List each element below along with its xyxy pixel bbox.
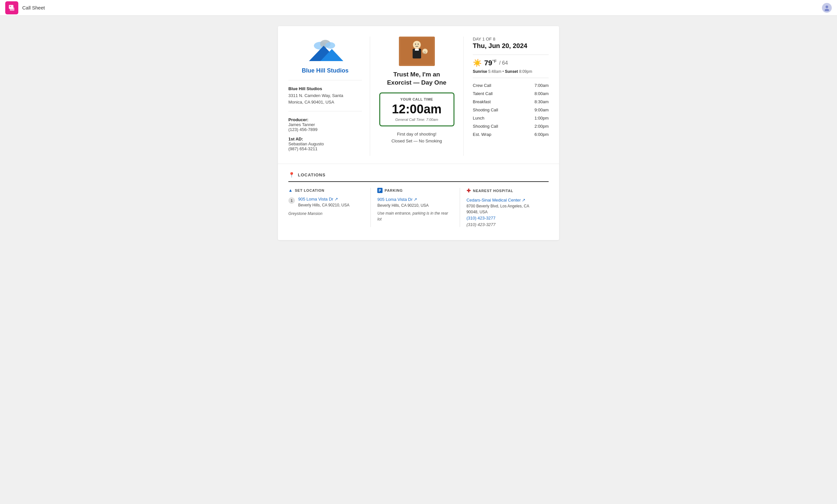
note1: First day of shooting! — [391, 131, 442, 138]
temp-high: 79°F — [484, 59, 497, 67]
location-number: 1 — [288, 197, 295, 204]
studio-address-name: Blue Hill Studios — [288, 86, 362, 91]
set-location-note: Greystone Mansion — [288, 211, 364, 217]
hospital-link[interactable]: Cedars-Sinai Medical Center ↗ — [466, 198, 542, 203]
producer-label: Producer: — [288, 117, 362, 122]
main-content: Blue Hill Studios Blue Hill Studios 3311… — [0, 16, 837, 250]
hospital-phone-plain: (310) 423-3277 — [466, 222, 542, 227]
svg-point-2 — [10, 6, 11, 7]
topnav: Call Sheet — [0, 0, 837, 16]
schedule-event-label: Lunch — [473, 116, 484, 120]
call-time-label: YOUR CALL TIME — [389, 97, 444, 101]
set-location-link[interactable]: 905 Loma Vista Dr ↗ — [298, 197, 350, 202]
schedule-row: Lunch1:00pm — [473, 114, 549, 122]
schedule-event-label: Est. Wrap — [473, 132, 492, 137]
parking-header: P PARKING — [377, 188, 453, 193]
schedule-event-time: 6:00pm — [535, 132, 549, 137]
studio-address-block: Blue Hill Studios 3311 N. Camden Way, Sa… — [288, 86, 362, 111]
locations-grid: ▲ SET LOCATION 1 905 Loma Vista Dr ↗ Bev… — [288, 188, 549, 227]
schedule-event-label: Crew Call — [473, 83, 491, 88]
day-info: DAY 1 OF 8 Thu, Jun 20, 2024 — [473, 37, 549, 50]
svg-point-18 — [417, 44, 418, 45]
avatar[interactable] — [822, 3, 832, 13]
schedule-column: DAY 1 OF 8 Thu, Jun 20, 2024 ☀️ 79°F / 6… — [464, 37, 549, 156]
note2: Closed Set — No Smoking — [391, 138, 442, 145]
parking-icon: P — [377, 188, 382, 193]
schedule-event-label: Shooting Call — [473, 108, 498, 112]
svg-rect-19 — [415, 49, 419, 51]
set-location-header: ▲ SET LOCATION — [288, 188, 364, 193]
schedule-event-time: 2:00pm — [535, 124, 549, 129]
poster-svg — [399, 37, 435, 66]
set-location-row: 1 905 Loma Vista Dr ↗ Beverly Hills, CA … — [288, 197, 364, 208]
hospital-address: 8700 Beverly Blvd, Los Angeles, CA 90048… — [466, 203, 542, 215]
ad-block: 1st AD: Sebastian Augusto (987) 654-3211 — [288, 136, 362, 151]
svg-point-17 — [415, 44, 416, 45]
general-call: General Call Time: 7:00am — [389, 117, 444, 122]
ad-label: 1st AD: — [288, 136, 362, 142]
studio-address-line2: Monica, CA 90401, USA — [288, 99, 362, 106]
producer-block: Producer: James Tanner (123) 456-7899 — [288, 117, 362, 132]
navigation-icon: ▲ — [288, 188, 293, 193]
schedule-event-label: Talent Call — [473, 91, 493, 96]
set-location-address: Beverly Hills, CA 90210, USA — [298, 202, 350, 208]
schedule-row: Talent Call8:00am — [473, 90, 549, 98]
locations-section: 📍 LOCATIONS ▲ SET LOCATION 1 905 Loma — [278, 164, 559, 227]
movie-title: Trust Me, I'm an Exorcist — Day One — [387, 71, 447, 87]
hospital-icon: ✚ — [466, 188, 471, 194]
schedule-event-time: 8:00am — [535, 91, 549, 96]
movie-poster — [399, 37, 435, 66]
studio-logo-area: Blue Hill Studios — [288, 37, 362, 80]
schedule-row: Shooting Call2:00pm — [473, 122, 549, 130]
call-time-box: YOUR CALL TIME 12:00am General Call Time… — [379, 92, 455, 126]
studio-name-logo: Blue Hill Studios — [302, 67, 349, 74]
svg-point-16 — [424, 52, 426, 54]
app-logo — [5, 1, 18, 14]
call-time-value: 12:00am — [389, 102, 444, 116]
schedule-event-time: 8:30am — [535, 99, 549, 104]
schedule-event-time: 9:00am — [535, 108, 549, 112]
schedule-row: Breakfast8:30am — [473, 98, 549, 106]
day-of: DAY 1 OF 8 — [473, 37, 549, 41]
schedule-row: Shooting Call9:00am — [473, 106, 549, 114]
locations-header: 📍 LOCATIONS — [288, 172, 549, 178]
parking-note: Use main entrance, parking is in the rea… — [377, 210, 453, 222]
schedule-event-time: 1:00pm — [535, 116, 549, 120]
svg-point-3 — [825, 5, 828, 8]
svg-point-4 — [824, 9, 829, 11]
schedule-event-label: Shooting Call — [473, 124, 498, 129]
parking-col: P PARKING 905 Loma Vista Dr ↗ Beverly Hi… — [377, 188, 460, 227]
center-notes: First day of shooting! Closed Set — No S… — [391, 131, 442, 145]
schedule-event-time: 7:00am — [535, 83, 549, 88]
ad-name: Sebastian Augusto — [288, 142, 362, 146]
studio-column: Blue Hill Studios Blue Hill Studios 3311… — [288, 37, 370, 156]
hospital-phone-link[interactable]: (310) 423-3277 — [466, 216, 496, 221]
svg-point-7 — [325, 42, 335, 49]
parking-link[interactable]: 905 Loma Vista Dr ↗ — [377, 197, 453, 202]
top-section: Blue Hill Studios Blue Hill Studios 3311… — [278, 26, 559, 164]
temp-low: / 64 — [499, 60, 508, 66]
producer-name: James Tanner — [288, 122, 362, 127]
ad-phone: (987) 654-3211 — [288, 146, 362, 151]
schedule-row: Est. Wrap6:00pm — [473, 130, 549, 138]
hospital-header: ✚ NEAREST HOSPITAL — [466, 188, 542, 194]
svg-point-12 — [413, 41, 421, 49]
schedule-table: Crew Call7:00amTalent Call8:00amBreakfas… — [473, 81, 549, 138]
pin-icon: 📍 — [288, 172, 295, 178]
schedule-event-label: Breakfast — [473, 99, 491, 104]
sun-icon: ☀️ — [473, 59, 482, 67]
day-date: Thu, Jun 20, 2024 — [473, 41, 549, 50]
producer-phone: (123) 456-7899 — [288, 127, 362, 132]
studio-address-line1: 3311 N. Camden Way, Santa — [288, 92, 362, 99]
set-location-col: ▲ SET LOCATION 1 905 Loma Vista Dr ↗ Bev… — [288, 188, 371, 227]
parking-address: Beverly Hills, CA 90210, USA — [377, 203, 453, 208]
studio-logo-svg — [302, 37, 348, 66]
schedule-row: Crew Call7:00am — [473, 81, 549, 90]
nav-title: Call Sheet — [22, 5, 45, 11]
svg-rect-1 — [10, 7, 14, 11]
sun-times: Sunrise 5:48am • Sunset 8:09pm — [473, 69, 549, 74]
hospital-col: ✚ NEAREST HOSPITAL Cedars-Sinai Medical … — [466, 188, 549, 227]
weather-row: ☀️ 79°F / 64 — [473, 59, 549, 67]
page-container: Blue Hill Studios Blue Hill Studios 3311… — [278, 26, 559, 240]
production-column: Trust Me, I'm an Exorcist — Day One YOUR… — [370, 37, 464, 156]
